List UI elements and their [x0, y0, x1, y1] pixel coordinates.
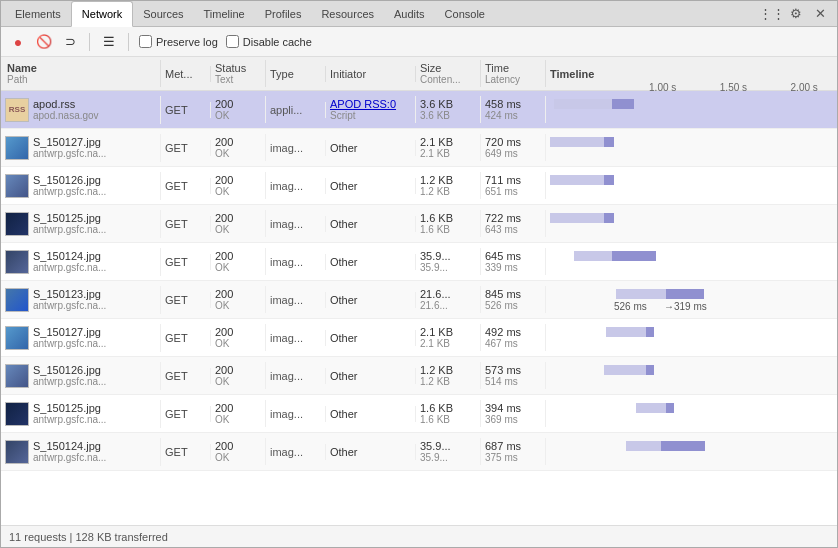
cell-initiator-8: Other [326, 368, 416, 384]
bar-waiting-3 [550, 175, 604, 185]
dock-icon[interactable]: ⋮⋮ [763, 5, 781, 23]
thumb-10 [5, 440, 29, 464]
filter-button[interactable]: ⊃ [61, 33, 79, 51]
cell-status-3: 200 OK [211, 172, 266, 199]
cell-name-6: S_150123.jpg antwrp.gsfc.na... [1, 286, 161, 314]
cell-method-5: GET [161, 254, 211, 270]
cell-time-8: 573 ms 514 ms [481, 362, 546, 389]
col-header-name[interactable]: Name Path [1, 60, 161, 87]
network-table-body[interactable]: RSS apod.rss apod.nasa.gov GET 200 OK ap… [1, 91, 837, 525]
col-header-status[interactable]: Status Text [211, 60, 266, 87]
col-header-timeline[interactable]: Timeline 1.00 s 1.50 s 2.00 s [546, 66, 837, 82]
transferred-size: 128 KB transferred [75, 531, 167, 543]
cell-name-7: S_150127.jpg antwrp.gsfc.na... [1, 324, 161, 352]
table-row[interactable]: S_150124.jpg antwrp.gsfc.na... GET 200 O… [1, 433, 837, 471]
cell-time-7: 492 ms 467 ms [481, 324, 546, 351]
preserve-log-checkbox[interactable]: Preserve log [139, 35, 218, 48]
bar-waiting-8 [604, 365, 646, 375]
cell-size-2: 2.1 KB 2.1 KB [416, 134, 481, 161]
cell-name-5: S_150124.jpg antwrp.gsfc.na... [1, 248, 161, 276]
table-row[interactable]: S_150125.jpg antwrp.gsfc.na... GET 200 O… [1, 205, 837, 243]
table-row[interactable]: RSS apod.rss apod.nasa.gov GET 200 OK ap… [1, 91, 837, 129]
col-header-size[interactable]: Size Conten... [416, 60, 481, 87]
cell-type-2: imag... [266, 140, 326, 156]
col-header-type[interactable]: Type [266, 66, 326, 82]
cell-timeline-3 [546, 167, 837, 205]
cell-status-8: 200 OK [211, 362, 266, 389]
bar-waiting-9 [636, 403, 666, 413]
toolbar-separator-1 [89, 33, 90, 51]
table-row[interactable]: S_150127.jpg antwrp.gsfc.na... GET 200 O… [1, 319, 837, 357]
disable-cache-checkbox[interactable]: Disable cache [226, 35, 312, 48]
cell-name-8: S_150126.jpg antwrp.gsfc.na... [1, 362, 161, 390]
tab-audits[interactable]: Audits [384, 1, 435, 27]
bar-waiting-5 [574, 251, 612, 261]
view-toggle[interactable]: ☰ [100, 33, 118, 51]
tab-network[interactable]: Network [71, 1, 133, 27]
thumb-5 [5, 250, 29, 274]
tab-sources[interactable]: Sources [133, 1, 193, 27]
cell-name-9: S_150125.jpg antwrp.gsfc.na... [1, 400, 161, 428]
table-row[interactable]: S_150126.jpg antwrp.gsfc.na... GET 200 O… [1, 167, 837, 205]
bar-waiting-1 [554, 99, 612, 109]
col-header-method[interactable]: Met... [161, 66, 211, 82]
devtools-panel: Elements Network Sources Timeline Profil… [0, 0, 838, 548]
table-row[interactable]: S_150126.jpg antwrp.gsfc.na... GET 200 O… [1, 357, 837, 395]
bar-receiving-5 [612, 251, 656, 261]
status-bar: 11 requests | 128 KB transferred [1, 525, 837, 547]
cell-status-6: 200 OK [211, 286, 266, 313]
thumb-8 [5, 364, 29, 388]
cell-timeline-9 [546, 395, 837, 433]
bar-receiving-7 [646, 327, 654, 337]
cell-method-3: GET [161, 178, 211, 194]
cell-timeline-6: 526 ms →319 ms [546, 281, 837, 319]
bar-label-6a: 526 ms [614, 301, 647, 312]
bar-receiving-9 [666, 403, 674, 413]
table-row[interactable]: S_150124.jpg antwrp.gsfc.na... GET 200 O… [1, 243, 837, 281]
thumb-9 [5, 402, 29, 426]
cell-method-4: GET [161, 216, 211, 232]
bar-receiving-4 [604, 213, 614, 223]
tab-console[interactable]: Console [435, 1, 495, 27]
thumb-1: RSS [5, 98, 29, 122]
table-row[interactable]: S_150123.jpg antwrp.gsfc.na... GET 200 O… [1, 281, 837, 319]
cell-size-6: 21.6... 21.6... [416, 286, 481, 313]
cell-time-1: 458 ms 424 ms [481, 96, 546, 123]
col-header-time[interactable]: Time Latency [481, 60, 546, 87]
cell-timeline-1 [546, 91, 837, 129]
bar-receiving-8 [646, 365, 654, 375]
requests-count: 11 requests [9, 531, 66, 543]
column-headers: Name Path Met... Status Text Type Initia… [1, 57, 837, 91]
cell-timeline-7 [546, 319, 837, 357]
cell-method-6: GET [161, 292, 211, 308]
cell-name-2: S_150127.jpg antwrp.gsfc.na... [1, 134, 161, 162]
thumb-6 [5, 288, 29, 312]
cell-type-9: imag... [266, 406, 326, 422]
preserve-log-input[interactable] [139, 35, 152, 48]
col-header-initiator[interactable]: Initiator [326, 66, 416, 82]
table-row[interactable]: S_150127.jpg antwrp.gsfc.na... GET 200 O… [1, 129, 837, 167]
tab-timeline[interactable]: Timeline [194, 1, 255, 27]
tab-elements[interactable]: Elements [5, 1, 71, 27]
cell-name-3: S_150126.jpg antwrp.gsfc.na... [1, 172, 161, 200]
cell-initiator-1: APOD RSS:0 Script [326, 96, 416, 123]
cell-status-10: 200 OK [211, 438, 266, 465]
tab-resources[interactable]: Resources [311, 1, 384, 27]
disable-cache-input[interactable] [226, 35, 239, 48]
cell-type-8: imag... [266, 368, 326, 384]
cell-timeline-4 [546, 205, 837, 243]
settings-icon[interactable]: ⚙ [787, 5, 805, 23]
bar-waiting-4 [550, 213, 604, 223]
clear-button[interactable]: 🚫 [35, 33, 53, 51]
cell-initiator-3: Other [326, 178, 416, 194]
bar-waiting-10 [626, 441, 661, 451]
cell-type-1: appli... [266, 102, 326, 118]
tab-bar: Elements Network Sources Timeline Profil… [1, 1, 837, 27]
bar-receiving-3 [604, 175, 614, 185]
close-icon[interactable]: ✕ [811, 5, 829, 23]
record-button[interactable]: ● [9, 33, 27, 51]
tab-profiles[interactable]: Profiles [255, 1, 312, 27]
table-row[interactable]: S_150125.jpg antwrp.gsfc.na... GET 200 O… [1, 395, 837, 433]
cell-time-5: 645 ms 339 ms [481, 248, 546, 275]
bar-receiving-6 [666, 289, 704, 299]
